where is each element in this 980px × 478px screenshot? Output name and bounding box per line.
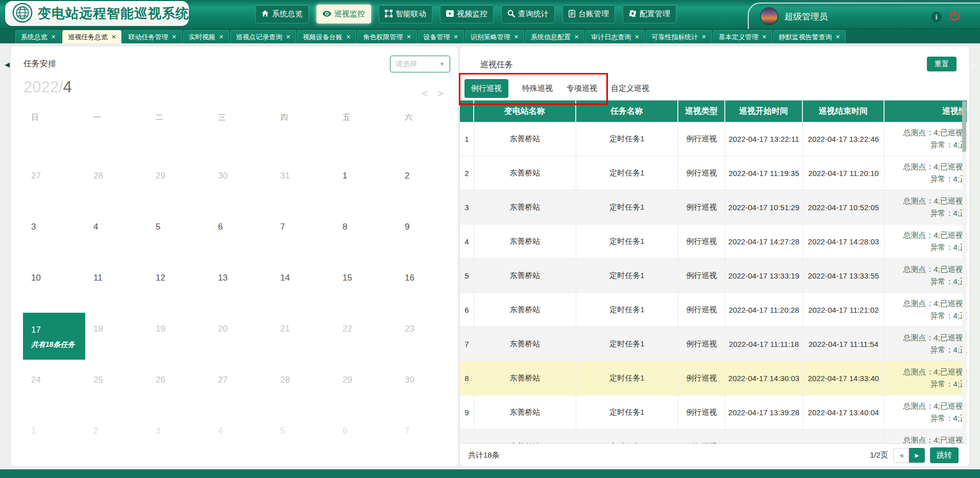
calendar-day[interactable]: 6 [334, 413, 397, 464]
calendar-day[interactable]: 2 [85, 413, 148, 464]
tab-8[interactable]: 设备管理✕ [418, 30, 464, 43]
tab-7[interactable]: 角色权限管理✕ [357, 30, 416, 43]
table-row[interactable]: 4东善桥站定时任务1例行巡视2022-04-17 14:27:282022-04… [460, 224, 967, 259]
calendar-day[interactable]: 8 [334, 209, 397, 260]
table-row[interactable]: 5东善桥站定时任务1例行巡视2022-04-17 13:33:192022-04… [460, 259, 967, 293]
calendar-next-icon[interactable]: > [437, 87, 444, 99]
calendar-day[interactable]: 6 [210, 209, 272, 260]
type-tab-4[interactable]: 自定义巡视 [611, 84, 649, 93]
type-tab-1[interactable]: 例行巡视 [464, 79, 508, 98]
calendar-day[interactable]: 27 [23, 158, 85, 209]
calendar-day[interactable]: 21 [272, 311, 334, 362]
calendar-day[interactable]: 5 [148, 209, 210, 260]
task-filter-select[interactable]: 请选择 ▼ [390, 56, 450, 72]
tab-close-icon[interactable]: ✕ [701, 31, 706, 43]
calendar-day[interactable]: 11 [85, 260, 148, 311]
tab-close-icon[interactable]: ✕ [634, 31, 639, 43]
nav-smart-linkage[interactable]: 智能联动 [379, 5, 432, 23]
table-row[interactable]: 2东善桥站定时任务1例行巡视2022-04-17 11:19:352022-04… [460, 156, 967, 190]
table-row[interactable]: 3东善桥站定时任务1例行巡视2022-04-17 10:51:292022-04… [460, 190, 967, 224]
tab-close-icon[interactable]: ✕ [836, 31, 840, 43]
tab-close-icon[interactable]: ✕ [172, 31, 176, 43]
table-row[interactable]: 9东善桥站定时任务1例行巡视2022-04-17 13:39:282022-04… [460, 395, 967, 430]
tabs-scroll-right-icon[interactable]: ▶ [972, 61, 977, 68]
calendar-day[interactable]: 7 [397, 413, 459, 464]
power-logout-icon[interactable] [949, 10, 961, 24]
table-scrollbar[interactable] [962, 101, 966, 442]
calendar-day[interactable]: 29 [334, 362, 397, 413]
nav-config-manage[interactable]: 配置管理 [623, 5, 676, 23]
tab-close-icon[interactable]: ✕ [51, 31, 56, 43]
calendar-day[interactable]: 16 [397, 260, 459, 311]
tab-close-icon[interactable]: ✕ [346, 31, 351, 43]
tab-1[interactable]: 系统总览✕ [15, 30, 61, 43]
tab-12[interactable]: 可靠性指标统计✕ [646, 30, 712, 43]
nav-overview[interactable]: 系统总览 [255, 5, 309, 23]
calendar-day[interactable]: 24 [23, 362, 85, 413]
tab-close-icon[interactable]: ✕ [111, 31, 116, 43]
tab-5[interactable]: 巡视点记录查询✕ [230, 30, 296, 43]
tab-close-icon[interactable]: ✕ [406, 31, 411, 43]
nav-inspection-monitor[interactable]: 巡视监控 [316, 5, 371, 23]
tab-11[interactable]: 审计日志查询✕ [585, 30, 645, 43]
table-row[interactable]: 10东善桥站定时任务1例行巡视2022-04-17 11:25:582022-0… [460, 430, 967, 443]
calendar-day[interactable]: 30 [210, 158, 272, 209]
calendar-day[interactable]: 5 [272, 413, 334, 464]
tab-3[interactable]: 联动任务管理✕ [122, 30, 182, 43]
calendar-day[interactable]: 3 [23, 209, 85, 260]
calendar-day[interactable]: 31 [272, 158, 334, 209]
table-row[interactable]: 8东善桥站定时任务1例行巡视2022-04-17 14:30:032022-04… [460, 361, 967, 395]
info-icon[interactable]: i [931, 12, 942, 22]
calendar-day[interactable]: 13 [210, 260, 272, 311]
table-row[interactable]: 1东善桥站定时任务1例行巡视2022-04-17 13:22:112022-04… [460, 122, 967, 156]
tab-4[interactable]: 实时视频✕ [183, 30, 229, 43]
tab-6[interactable]: 视频设备台账✕ [297, 30, 356, 43]
reset-button[interactable]: 重置 [927, 57, 957, 71]
calendar-prev-icon[interactable]: < [422, 87, 428, 99]
calendar-day[interactable]: 19 [148, 311, 210, 362]
calendar-day[interactable]: 15 [334, 260, 397, 311]
table-row[interactable]: 6东善桥站定时任务1例行巡视2022-04-17 11:20:282022-04… [460, 293, 967, 327]
tab-10[interactable]: 系统信息配置✕ [525, 30, 584, 43]
tab-close-icon[interactable]: ✕ [574, 31, 579, 43]
calendar-day[interactable]: 2 [397, 158, 459, 209]
nav-query-stats[interactable]: 查询统计 [501, 5, 555, 23]
next-page-button[interactable]: ▶ [909, 448, 925, 463]
calendar-day[interactable]: 3 [148, 413, 210, 464]
type-tab-2[interactable]: 特殊巡视 [522, 84, 553, 93]
calendar-day[interactable]: 18 [85, 311, 148, 362]
tab-close-icon[interactable]: ✕ [219, 31, 224, 43]
calendar-day-selected[interactable]: 17共有18条任务 [23, 313, 85, 360]
calendar-day[interactable]: 28 [85, 158, 148, 209]
calendar-day[interactable]: 4 [85, 209, 148, 260]
calendar-day[interactable]: 14 [272, 260, 334, 311]
jump-page-button[interactable]: 跳转 [930, 447, 959, 463]
prev-page-button[interactable]: ◀ [893, 448, 909, 463]
calendar-day[interactable]: 20 [210, 311, 272, 362]
calendar-day[interactable]: 26 [148, 362, 210, 413]
table-row[interactable]: 7东善桥站定时任务1例行巡视2022-04-17 11:11:182022-04… [460, 327, 967, 361]
calendar-day[interactable]: 27 [210, 362, 272, 413]
tab-13[interactable]: 基本定义管理✕ [713, 30, 772, 43]
calendar-day[interactable]: 29 [148, 158, 210, 209]
calendar-day[interactable]: 23 [397, 311, 459, 362]
tab-9[interactable]: 识别策略管理✕ [465, 30, 524, 43]
nav-ledger-manage[interactable]: 台账管理 [562, 5, 615, 23]
tab-close-icon[interactable]: ✕ [454, 31, 458, 43]
tabs-scroll-left-icon[interactable]: ◀ [5, 61, 10, 68]
tab-close-icon[interactable]: ✕ [286, 31, 290, 43]
calendar-day[interactable]: 30 [397, 362, 459, 413]
tab-close-icon[interactable]: ✕ [762, 31, 767, 43]
calendar-day[interactable]: 4 [210, 413, 272, 464]
calendar-day[interactable]: 9 [397, 209, 459, 260]
tab-2[interactable]: 巡视任务总览✕ [62, 30, 121, 43]
table-scrollbar-thumb[interactable] [962, 101, 966, 152]
tab-14[interactable]: 静默监视告警查询✕ [773, 30, 846, 43]
calendar-day[interactable]: 28 [272, 362, 334, 413]
tab-close-icon[interactable]: ✕ [514, 31, 519, 43]
calendar-day[interactable]: 1 [334, 158, 397, 209]
calendar-day[interactable]: 10 [23, 260, 85, 311]
calendar-day[interactable]: 1 [23, 413, 85, 464]
calendar-day[interactable]: 7 [272, 209, 334, 260]
calendar-day[interactable]: 22 [334, 311, 397, 362]
